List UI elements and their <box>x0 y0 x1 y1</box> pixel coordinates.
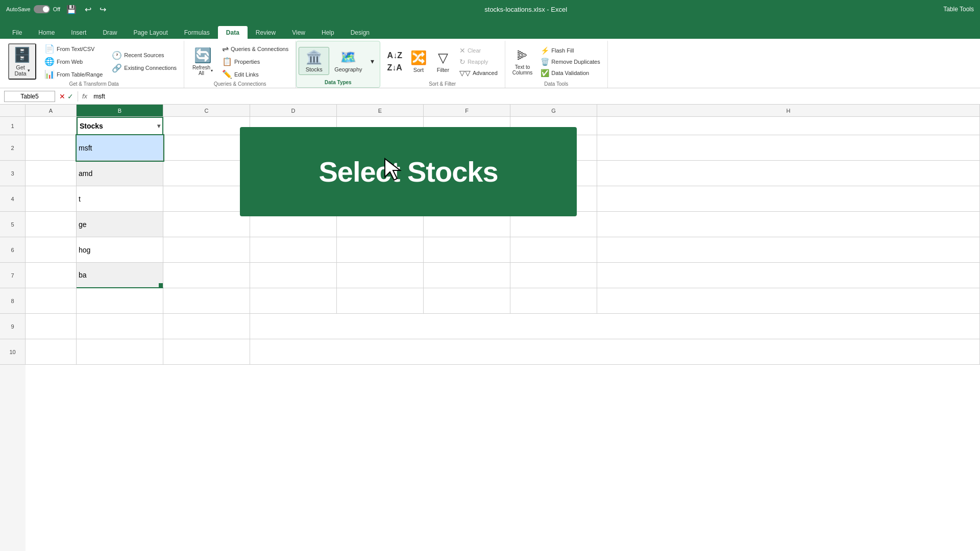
sort-za-button[interactable]: Z↓A <box>384 62 405 73</box>
formula-input[interactable] <box>93 93 976 100</box>
cell-b6[interactable]: hog <box>77 237 163 263</box>
clear-button[interactable]: ✕ Clear <box>456 45 501 56</box>
sort-button[interactable]: 🔀 Sort <box>407 49 430 74</box>
queries-connections-button[interactable]: ⇌ Queries & Connections <box>219 43 291 55</box>
cell-c8[interactable] <box>163 288 250 314</box>
cell-c3[interactable] <box>163 161 250 186</box>
cell-g6[interactable] <box>510 237 597 263</box>
row-header-7[interactable]: 7 <box>0 263 26 288</box>
from-table-range-button[interactable]: 📊 From Table/Range <box>41 68 106 80</box>
cell-h3[interactable] <box>597 161 980 186</box>
col-header-h[interactable]: H <box>597 105 980 116</box>
tab-insert[interactable]: Insert <box>63 26 94 39</box>
cell-h4[interactable] <box>597 186 980 212</box>
filter-button[interactable]: ▽ Filter <box>432 49 454 74</box>
row-header-9[interactable]: 9 <box>0 314 26 339</box>
cell-c7[interactable] <box>163 263 250 288</box>
cell-d7[interactable] <box>250 263 337 288</box>
name-box[interactable] <box>4 91 55 102</box>
cell-a9[interactable] <box>26 314 77 339</box>
advanced-button[interactable]: ▽▽ Advanced <box>456 68 501 78</box>
cell-c2[interactable] <box>163 135 250 161</box>
recent-sources-button[interactable]: 🕐 Recent Sources <box>109 49 180 61</box>
cell-c9[interactable] <box>163 314 250 339</box>
refresh-button[interactable]: 🔄 RefreshAll ▾ <box>188 46 217 77</box>
col-header-g[interactable]: G <box>510 105 597 116</box>
cell-f6[interactable] <box>424 237 510 263</box>
cell-d10[interactable] <box>250 339 980 365</box>
cell-a7[interactable] <box>26 263 77 288</box>
row-header-1[interactable]: 1 <box>0 117 26 135</box>
tab-data[interactable]: Data <box>218 26 248 39</box>
save-button[interactable]: 💾 <box>64 4 79 15</box>
cell-e7[interactable] <box>337 263 424 288</box>
col-header-d[interactable]: D <box>250 105 337 116</box>
col-header-c[interactable]: C <box>163 105 250 116</box>
cell-c1[interactable] <box>163 117 250 135</box>
cell-b9[interactable] <box>77 314 163 339</box>
cancel-icon[interactable]: ✕ <box>59 92 65 101</box>
tab-design[interactable]: Design <box>342 26 378 39</box>
cell-h7[interactable] <box>597 263 980 288</box>
cell-a2[interactable] <box>26 135 77 161</box>
cell-a8[interactable] <box>26 288 77 314</box>
autosave-toggle[interactable] <box>34 5 50 13</box>
row-header-8[interactable]: 8 <box>0 288 26 314</box>
tab-file[interactable]: File <box>4 26 30 39</box>
cell-h8[interactable] <box>597 288 980 314</box>
cell-c4[interactable] <box>163 186 250 212</box>
cell-c10[interactable] <box>163 339 250 365</box>
cell-g7[interactable] <box>510 263 597 288</box>
cell-a1[interactable] <box>26 117 77 135</box>
cell-d6[interactable] <box>250 237 337 263</box>
cell-f8[interactable] <box>424 288 510 314</box>
row-header-5[interactable]: 5 <box>0 212 26 237</box>
cell-e8[interactable] <box>337 288 424 314</box>
flash-fill-button[interactable]: ⚡ Flash Fill <box>537 45 603 56</box>
col-header-e[interactable]: E <box>337 105 424 116</box>
tab-page-layout[interactable]: Page Layout <box>125 26 176 39</box>
from-web-button[interactable]: 🌐 From Web <box>41 56 106 67</box>
cell-a5[interactable] <box>26 212 77 237</box>
cell-a10[interactable] <box>26 339 77 365</box>
cell-b5[interactable]: ge <box>77 212 163 237</box>
sort-az-button[interactable]: A↓Z <box>384 50 405 61</box>
cell-d8[interactable] <box>250 288 337 314</box>
col-header-a[interactable]: A <box>26 105 77 116</box>
table-resize-handle[interactable] <box>159 283 163 287</box>
cell-b1[interactable]: Stocks ▾ <box>77 117 163 135</box>
tab-help[interactable]: Help <box>313 26 342 39</box>
properties-button[interactable]: 📋 Properties <box>219 56 291 67</box>
data-validation-button[interactable]: ✅ Data Validation <box>537 68 603 78</box>
from-text-csv-button[interactable]: 📄 From Text/CSV <box>41 43 106 55</box>
cell-c5[interactable] <box>163 212 250 237</box>
col-header-b[interactable]: B <box>77 105 163 116</box>
data-types-expand-button[interactable]: ▾ <box>368 56 378 66</box>
text-to-columns-button[interactable]: ⫸ Text toColumns <box>509 46 535 77</box>
cell-b3[interactable]: amd <box>77 161 163 186</box>
filter-dropdown-icon[interactable]: ▾ <box>157 122 160 130</box>
cell-b2[interactable]: msft <box>77 135 163 161</box>
cell-b7[interactable]: ba <box>77 263 163 288</box>
get-data-button[interactable]: 🗄️ GetData ▾ <box>8 43 36 80</box>
tab-home[interactable]: Home <box>30 26 63 39</box>
cell-b4[interactable]: t <box>77 186 163 212</box>
row-header-6[interactable]: 6 <box>0 237 26 263</box>
row-header-4[interactable]: 4 <box>0 186 26 212</box>
tab-draw[interactable]: Draw <box>94 26 125 39</box>
row-header-10[interactable]: 10 <box>0 339 26 365</box>
cell-h1[interactable] <box>597 117 980 135</box>
cell-f7[interactable] <box>424 263 510 288</box>
cell-a4[interactable] <box>26 186 77 212</box>
tab-review[interactable]: Review <box>248 26 284 39</box>
cell-h6[interactable] <box>597 237 980 263</box>
row-header-2[interactable]: 2 <box>0 135 26 161</box>
redo-button[interactable]: ↪ <box>97 4 108 15</box>
existing-connections-button[interactable]: 🔗 Existing Connections <box>109 62 180 74</box>
reapply-button[interactable]: ↻ Reapply <box>456 57 501 67</box>
cell-b8[interactable] <box>77 288 163 314</box>
cell-a3[interactable] <box>26 161 77 186</box>
cell-c6[interactable] <box>163 237 250 263</box>
cell-h2[interactable] <box>597 135 980 161</box>
cell-e6[interactable] <box>337 237 424 263</box>
